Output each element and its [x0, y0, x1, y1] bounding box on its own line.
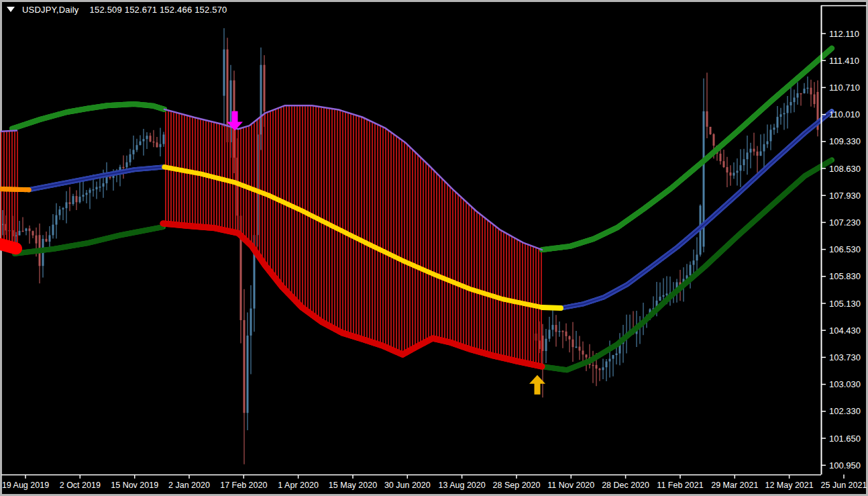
date-axis-label: 25 Jun 2021 — [821, 481, 867, 490]
date-axis-label: 19 Aug 2019 — [2, 481, 49, 490]
date-axis-label: 2 Oct 2019 — [60, 481, 101, 490]
price-axis-label: 109.330 — [829, 136, 861, 146]
price-axis-label: 107.230 — [829, 217, 861, 228]
price-axis-label: 111.410 — [829, 56, 859, 66]
chart-symbol-period: USDJPY,Daily — [22, 5, 79, 15]
date-axis-label: 28 Sep 2020 — [493, 481, 541, 490]
price-axis-label: 103.730 — [829, 352, 861, 362]
down-triangle-icon[interactable] — [7, 7, 15, 12]
date-axis-label: 2 Jan 2020 — [168, 481, 210, 490]
price-axis-label: 112.110 — [829, 29, 859, 39]
date-axis-label: 1 Apr 2020 — [278, 481, 319, 490]
date-axis-label: 17 Feb 2020 — [220, 481, 267, 490]
price-axis-label: 110.010 — [829, 109, 860, 119]
date-axis-label: 13 Aug 2020 — [438, 481, 485, 490]
date-axis-label: 28 Dec 2020 — [602, 481, 649, 490]
price-axis-label: 103.030 — [829, 379, 861, 389]
price-axis-label: 107.930 — [829, 191, 861, 201]
date-axis-label: 15 May 2020 — [329, 481, 377, 490]
trading-chart-window: 112.110111.410110.710110.010109.330108.6… — [0, 0, 868, 496]
chart-titlebar: USDJPY,Daily 152.509 152.671 152.466 152… — [4, 3, 227, 15]
price-axis-label: 101.650 — [829, 434, 861, 444]
date-axis-label: 12 May 2021 — [765, 481, 813, 490]
date-axis-label: 11 Feb 2021 — [657, 481, 703, 490]
price-axis-label: 110.710 — [829, 83, 860, 93]
price-axis-label: 105.830 — [829, 271, 861, 281]
price-axis-label: 105.130 — [829, 299, 861, 309]
price-axis-label: 108.630 — [829, 164, 861, 174]
date-axis-label: 11 Nov 2020 — [547, 481, 594, 490]
price-axis-label: 100.950 — [829, 460, 861, 470]
price-chart: 112.110111.410110.710110.010109.330108.6… — [0, 0, 868, 496]
price-axis-label: 106.530 — [829, 244, 861, 254]
date-axis-label: 15 Nov 2019 — [111, 481, 158, 490]
chart-ohlc-quotes: 152.509 152.671 152.466 152.570 — [90, 5, 227, 15]
date-axis-label: 29 Mar 2021 — [711, 481, 758, 490]
date-axis-label: 30 Jun 2020 — [384, 481, 431, 490]
price-axis-label: 104.430 — [829, 326, 861, 336]
price-axis-label: 102.330 — [829, 406, 861, 416]
